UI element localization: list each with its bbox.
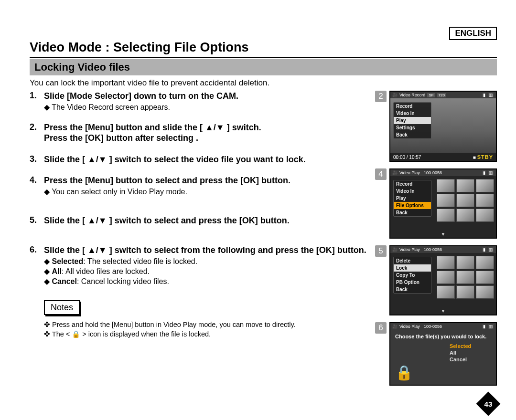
intro-text: You can lock the important video file to… [30, 78, 497, 88]
manual-page: ENGLISH Video Mode : Selecting File Opti… [0, 0, 516, 402]
thumbnail [456, 271, 474, 284]
thumbnail [456, 256, 474, 269]
menu-item: Back [394, 286, 431, 293]
step-title: Press the [Menu] button and slide the [ … [44, 122, 366, 144]
step-detail: Selected: The selected video file is loc… [44, 257, 366, 266]
thumbnail [476, 209, 494, 222]
step-5: Slide the [ ▲/▼ ] switch to select and p… [30, 215, 366, 226]
step-detail: Cancel: Cancel locking video files. [44, 277, 366, 286]
menu-item: Settings [394, 124, 431, 131]
screen-title: Video Play [399, 324, 420, 329]
step-detail: The Video Record screen appears. [44, 103, 366, 112]
thumbnail [476, 285, 494, 299]
step-detail: All: All video files are locked. [44, 267, 366, 276]
file-code: 100-0056 [424, 324, 442, 329]
menu-item: PB Option [394, 279, 431, 286]
step-4: Press the [Menu] button to select and pr… [30, 175, 366, 196]
thumbnail [437, 179, 455, 192]
step-2: Press the [Menu] button and slide the [ … [30, 122, 366, 144]
battery-icon: ▥ [488, 93, 494, 97]
screenshots-column: 2 Video Record SF 720 ▮▥ RecordVideo InP… [375, 91, 497, 392]
camera-icon [392, 247, 398, 252]
screen-2: 2 Video Record SF 720 ▮▥ RecordVideo InP… [375, 91, 497, 162]
notes-header: Notes [44, 300, 80, 315]
dialog-options: SelectedAllCancel [448, 343, 496, 363]
memory-icon: ▮ [482, 324, 486, 329]
menu-item: Copy To [394, 272, 431, 279]
step-6: Slide the [ ▲/▼ ] switch to select from … [30, 245, 366, 286]
badge-sf: SF [427, 93, 435, 97]
screen-title: Video Play [399, 170, 420, 175]
file-code: 100-0056 [424, 170, 442, 175]
step-title: Slide the [ ▲/▼ ] switch to select the v… [44, 154, 366, 165]
thumbnail [456, 209, 474, 222]
thumbnail [437, 256, 455, 269]
status-stby: STBY [477, 154, 493, 160]
menu: RecordVideo InPlayFile OptionsBack [393, 180, 431, 217]
thumbnail [476, 256, 494, 269]
dialog-message: Choose the file(s) you would to lock. [390, 330, 496, 342]
thumbnail [456, 194, 474, 207]
menu-item: Lock [394, 264, 431, 272]
menu-item: Video In [394, 110, 431, 117]
language-badge: ENGLISH [449, 27, 497, 40]
file-code: 100-0056 [424, 247, 442, 252]
camera-icon [392, 170, 398, 175]
scroll-down-icon: ▼ [390, 308, 496, 315]
menu-item: Back [394, 131, 431, 138]
menu: RecordVideo InPlaySettingsBack [393, 102, 431, 139]
thumbnail [437, 209, 455, 222]
screen-number: 2 [375, 91, 387, 102]
step-3: Slide the [ ▲/▼ ] switch to select the v… [30, 154, 366, 165]
screen-4: 4 Video Play 100-0056 ▮▥ RecordVideo InP… [375, 168, 497, 239]
thumbnail-grid [437, 179, 494, 222]
battery-icon: ▥ [488, 324, 494, 329]
menu-item: Record [394, 103, 431, 110]
memory-icon: ▮ [482, 170, 486, 175]
screen-5: 5 Video Play 100-0056 ▮▥ DeleteLockCopy … [375, 245, 497, 315]
dialog-option: All [448, 349, 496, 356]
thumbnail [476, 194, 494, 207]
camera-icon [392, 324, 398, 329]
note-item: The < 🔒 > icon is displayed when the fil… [44, 329, 366, 339]
screen-title: Video Record [399, 93, 425, 97]
screen-number: 4 [375, 168, 387, 180]
step-title: Slide the [ ▲/▼ ] switch to select from … [44, 245, 366, 256]
thumbnail [456, 285, 474, 299]
badge-res: 720 [437, 93, 446, 97]
notes-list: Press and hold the [Menu] button in Vide… [44, 320, 366, 339]
battery-icon: ▥ [488, 247, 494, 252]
thumbnail [437, 194, 455, 207]
lock-icon: 🔒 [395, 364, 413, 381]
timer: 00:00 / 10:57 [393, 155, 421, 160]
thumbnail [476, 179, 494, 192]
thumbnail [437, 285, 455, 299]
screen-number: 5 [375, 245, 387, 257]
screen-title: Video Play [399, 247, 420, 252]
menu-item: Record [394, 180, 431, 188]
instructions-column: Slide [Mode Selector] down to turn on th… [30, 91, 366, 392]
thumbnail [476, 271, 494, 284]
thumbnail [437, 271, 455, 284]
memory-icon: ▮ [482, 93, 486, 97]
step-detail: You can select only in Video Play mode. [44, 187, 366, 196]
menu-item: Play [394, 117, 431, 124]
memory-icon: ▮ [482, 247, 486, 252]
battery-icon: ▥ [488, 170, 494, 175]
step-title: Slide the [ ▲/▼ ] switch to select and p… [44, 215, 366, 226]
menu-item: Back [394, 209, 431, 216]
title-rule [30, 57, 497, 58]
menu-item: Play [394, 195, 431, 202]
camera-icon [392, 93, 398, 97]
step-title: Press the [Menu] button to select and pr… [44, 175, 366, 186]
dialog-option: Cancel [448, 356, 496, 363]
note-item: Press and hold the [Menu] button in Vide… [44, 320, 366, 329]
screen-6: 6 Video Play 100-0056 ▮▥ Choose the file… [375, 322, 497, 386]
menu-item: Video In [394, 188, 431, 195]
step-1: Slide [Mode Selector] down to turn on th… [30, 91, 366, 112]
dialog-option: Selected [448, 343, 496, 349]
menu-item: Delete [394, 257, 431, 264]
page-title: Video Mode : Selecting File Options [30, 40, 497, 55]
menu-item: File Options [394, 202, 431, 209]
step-title: Slide [Mode Selector] down to turn on th… [44, 91, 366, 102]
